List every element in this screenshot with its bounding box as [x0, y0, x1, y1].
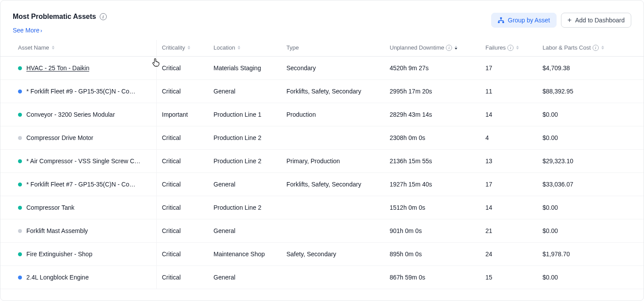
- table-row[interactable]: * Forklift Fleet #9 - GP15-35(C)N - Co…C…: [0, 80, 644, 103]
- col-labor-parts-cost[interactable]: Labor & Parts Cost i: [537, 40, 644, 57]
- cell-cost: $0.00: [537, 126, 644, 150]
- cell-asset-name: * Forklift Fleet #9 - GP15-35(C)N - Co…: [0, 80, 156, 103]
- cell-downtime: 2995h 17m 20s: [384, 80, 480, 103]
- see-more-link[interactable]: See More ›: [13, 27, 107, 34]
- assets-table: Asset Name Criticality Location: [0, 40, 644, 289]
- info-icon[interactable]: i: [593, 45, 599, 51]
- cell-type: Primary, Production: [281, 150, 384, 173]
- cell-asset-name: Forklift Mast Assembly: [0, 219, 156, 243]
- table-row[interactable]: Compressor Drive MotorCriticalProduction…: [0, 126, 644, 150]
- col-asset-name[interactable]: Asset Name: [0, 40, 156, 57]
- asset-name-link[interactable]: * Forklift Fleet #9 - GP15-35(C)N - Co…: [26, 88, 135, 95]
- cell-location: General: [208, 173, 281, 196]
- card-header: Most Problematic Assets i See More ›: [0, 0, 644, 34]
- cell-failures: 11: [480, 80, 537, 103]
- col-type[interactable]: Type: [281, 40, 384, 57]
- cell-failures: 15: [480, 266, 537, 289]
- cell-type: [281, 266, 384, 289]
- cell-cost: $0.00: [537, 266, 644, 289]
- cell-cost: $4,709.38: [537, 57, 644, 80]
- asset-name-link[interactable]: Conveyor - 3200 Series Modular: [26, 111, 115, 118]
- cell-failures: 14: [480, 196, 537, 219]
- cell-criticality: Critical: [156, 266, 208, 289]
- cell-type: Secondary: [281, 57, 384, 80]
- table-row[interactable]: 2.4L Longblock EngineCriticalGeneral867h…: [0, 266, 644, 289]
- col-location[interactable]: Location: [208, 40, 281, 57]
- cell-asset-name: HVAC - 25 Ton - Daikin: [0, 57, 156, 80]
- status-dot-icon: [18, 136, 22, 140]
- table-wrap: Asset Name Criticality Location: [0, 40, 644, 289]
- cell-criticality: Critical: [156, 173, 208, 196]
- group-by-asset-button[interactable]: Group by Asset: [491, 13, 557, 28]
- col-failures-label: Failures: [485, 44, 506, 51]
- cell-asset-name: Fire Extinguisher - Shop: [0, 243, 156, 266]
- table-row[interactable]: Conveyor - 3200 Series ModularImportantP…: [0, 103, 644, 126]
- cell-criticality: Important: [156, 103, 208, 126]
- table-row[interactable]: HVAC - 25 Ton - DaikinCriticalMaterials …: [0, 57, 644, 80]
- cell-criticality: Critical: [156, 219, 208, 243]
- cell-downtime: 4520h 9m 27s: [384, 57, 480, 80]
- col-downtime-label: Unplanned Downtime: [390, 44, 444, 51]
- title-block: Most Problematic Assets i See More ›: [13, 13, 107, 34]
- col-location-label: Location: [213, 44, 235, 51]
- cell-failures: 17: [480, 173, 537, 196]
- table-row[interactable]: Forklift Mast AssemblyCriticalGeneral901…: [0, 219, 644, 243]
- table-row[interactable]: Fire Extinguisher - ShopCriticalMaintena…: [0, 243, 644, 266]
- asset-name-link[interactable]: Forklift Mast Assembly: [26, 227, 88, 234]
- asset-name-link[interactable]: HVAC - 25 Ton - Daikin: [26, 64, 89, 72]
- cell-criticality: Critical: [156, 150, 208, 173]
- sort-icon: [601, 46, 604, 50]
- col-cost-label: Labor & Parts Cost: [543, 44, 591, 51]
- asset-name-link[interactable]: * Forklift Fleet #7 - GP15-35(C)N - Co…: [26, 181, 135, 188]
- svg-rect-1: [498, 22, 500, 23]
- cell-downtime: 2136h 15m 55s: [384, 150, 480, 173]
- asset-name-link[interactable]: 2.4L Longblock Engine: [26, 274, 89, 281]
- status-dot-icon: [18, 66, 22, 70]
- cell-downtime: 2308h 0m 0s: [384, 126, 480, 150]
- status-dot-icon: [18, 90, 22, 93]
- actions: Group by Asset + Add to Dashboard: [491, 13, 631, 28]
- table-row[interactable]: * Forklift Fleet #7 - GP15-35(C)N - Co…C…: [0, 173, 644, 196]
- cell-type: [281, 196, 384, 219]
- sort-icon: [188, 46, 190, 50]
- cell-failures: 14: [480, 103, 537, 126]
- cell-cost: $29,323.10: [537, 150, 644, 173]
- cell-type: Forklifts, Safety, Secondary: [281, 80, 384, 103]
- status-dot-icon: [18, 183, 22, 186]
- info-icon[interactable]: i: [100, 13, 107, 20]
- asset-name-link[interactable]: Compressor Tank: [26, 204, 74, 211]
- hierarchy-icon: [498, 17, 504, 23]
- add-to-dashboard-button[interactable]: + Add to Dashboard: [561, 13, 631, 28]
- cell-location: General: [208, 80, 281, 103]
- col-failures[interactable]: Failures i: [480, 40, 537, 57]
- cell-location: Maintenance Shop: [208, 243, 281, 266]
- sort-icon: [455, 46, 457, 50]
- info-icon[interactable]: i: [507, 45, 514, 51]
- status-dot-icon: [18, 159, 22, 163]
- status-dot-icon: [18, 252, 22, 256]
- svg-rect-2: [503, 22, 504, 23]
- cell-location: Materials Staging: [208, 57, 281, 80]
- col-unplanned-downtime[interactable]: Unplanned Downtime i: [384, 40, 480, 57]
- cell-cost: $0.00: [537, 219, 644, 243]
- col-criticality[interactable]: Criticality: [156, 40, 208, 57]
- sort-icon: [238, 46, 240, 50]
- asset-name-link[interactable]: * Air Compressor - VSS Single Screw C…: [26, 158, 141, 165]
- cell-criticality: Critical: [156, 126, 208, 150]
- cell-downtime: 1927h 15m 40s: [384, 173, 480, 196]
- info-icon[interactable]: i: [446, 45, 452, 51]
- table-header-row: Asset Name Criticality Location: [0, 40, 644, 57]
- asset-name-link[interactable]: Fire Extinguisher - Shop: [26, 251, 92, 258]
- col-type-label: Type: [286, 44, 299, 51]
- status-dot-icon: [18, 229, 22, 233]
- add-to-dashboard-label: Add to Dashboard: [575, 17, 625, 24]
- asset-name-link[interactable]: Compressor Drive Motor: [26, 134, 93, 141]
- cell-location: General: [208, 266, 281, 289]
- table-row[interactable]: Compressor TankCriticalProduction Line 2…: [0, 196, 644, 219]
- table-row[interactable]: * Air Compressor - VSS Single Screw C…Cr…: [0, 150, 644, 173]
- cell-criticality: Critical: [156, 243, 208, 266]
- cell-type: [281, 126, 384, 150]
- title-row: Most Problematic Assets i: [13, 13, 107, 21]
- status-dot-icon: [18, 113, 22, 117]
- status-dot-icon: [18, 276, 22, 280]
